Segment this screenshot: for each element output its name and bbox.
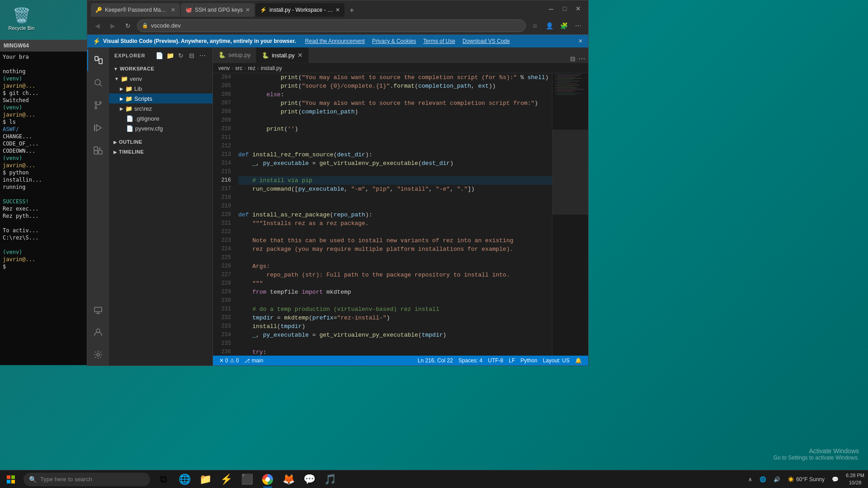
- github-tab-close[interactable]: ✕: [245, 7, 250, 13]
- editor-more-button[interactable]: ⋯: [578, 54, 585, 63]
- setup-py-tab[interactable]: 🐍 setup.py: [213, 47, 256, 63]
- gitignore-file-item[interactable]: 📄 .gitignore: [109, 113, 212, 123]
- tray-volume-icon[interactable]: 🔊: [770, 470, 784, 488]
- new-tab-button[interactable]: +: [345, 4, 358, 17]
- back-button[interactable]: ◀: [91, 19, 104, 32]
- terminal-panel: MINGW64 Your bra nothing (venv) javrin@.…: [0, 40, 87, 365]
- breadcrumb-install-py[interactable]: install.py: [261, 65, 282, 71]
- svg-rect-11: [94, 147, 98, 150]
- breadcrumb-venv[interactable]: venv: [218, 65, 230, 71]
- tab-vscode[interactable]: ⚡ install.py - Workspace - Visual St... …: [255, 3, 344, 17]
- status-position[interactable]: Ln 216, Col 22: [415, 356, 456, 366]
- status-encoding[interactable]: UTF-8: [485, 356, 506, 366]
- code-area[interactable]: 204 205 206 207 208 209 210 211 212 213 …: [213, 73, 588, 356]
- status-bar: ✕ 0 ⚠ 0 ⎇ main Ln 216, Col 22 Spaces: 4: [213, 356, 588, 366]
- code-line-230: [238, 296, 552, 305]
- taskbar-app-extra1[interactable]: 🦊: [278, 470, 298, 488]
- activity-search[interactable]: [87, 72, 109, 94]
- status-git-branch[interactable]: ⎇ main: [241, 356, 266, 366]
- bookmark-button[interactable]: ☆: [528, 19, 541, 32]
- close-button[interactable]: ✕: [572, 2, 585, 15]
- tray-network-icon[interactable]: 🌐: [756, 470, 770, 488]
- tab-github[interactable]: 🐙 SSH and GPG keys ✕: [181, 3, 255, 17]
- breadcrumb-src[interactable]: src: [235, 65, 242, 71]
- forward-button[interactable]: ▶: [106, 19, 119, 32]
- workspace-section[interactable]: ▼ WORKSPACE: [109, 64, 212, 74]
- minimize-button[interactable]: –: [545, 2, 557, 15]
- activity-remote[interactable]: [87, 299, 109, 320]
- banner-link-download[interactable]: Download VS Code: [462, 38, 510, 44]
- taskbar-chrome-app[interactable]: [258, 470, 278, 488]
- taskbar-vscode-app[interactable]: ⚡: [216, 470, 236, 488]
- lib-folder-item[interactable]: ▶ 📁 Lib: [109, 84, 212, 94]
- src-rez-folder-item[interactable]: ▶ 📁 src\rez: [109, 103, 212, 113]
- address-bar[interactable]: 🔒 vscode.dev: [137, 19, 526, 32]
- taskbar-app-extra3[interactable]: 🎵: [320, 470, 340, 488]
- activity-run[interactable]: [87, 117, 109, 139]
- taskbar-search-bar[interactable]: 🔍 Type here to search: [24, 473, 150, 486]
- extensions-button[interactable]: 🧩: [557, 19, 570, 32]
- timeline-section[interactable]: ▶ TIMELINE: [109, 147, 212, 157]
- taskbar-explorer-app[interactable]: 📁: [195, 470, 215, 488]
- code-line-221: """Installs rez as a rez package.: [238, 219, 552, 228]
- maximize-button[interactable]: □: [558, 2, 571, 15]
- taskbar-task-view[interactable]: ⧉: [154, 470, 174, 488]
- status-notifications[interactable]: 🔔: [572, 356, 585, 366]
- activity-source-control[interactable]: [87, 94, 109, 116]
- clock-widget[interactable]: 6:28 PM 10/28: [842, 470, 868, 488]
- activity-settings[interactable]: [87, 344, 109, 366]
- code-line-217: run_command([py_executable, "-m", "pip",…: [238, 185, 552, 193]
- new-folder-button[interactable]: 📁: [165, 51, 175, 60]
- refresh-button[interactable]: ↻: [122, 19, 134, 32]
- tray-up-arrow[interactable]: ∧: [745, 470, 756, 488]
- vscode-tab-icon: ⚡: [260, 7, 267, 13]
- git-branch-name: main: [251, 357, 263, 364]
- split-editor-button[interactable]: ⊟: [570, 55, 576, 62]
- refresh-explorer-button[interactable]: ↻: [176, 51, 185, 60]
- install-py-tab[interactable]: 🐍 install.py ✕: [256, 47, 309, 63]
- scripts-folder-item[interactable]: ▶ 📁 Scripts: [109, 94, 212, 103]
- pyvenv-file-item[interactable]: 📄 pyvenv.cfg: [109, 123, 212, 133]
- banner-link-privacy[interactable]: Privacy & Cookies: [372, 38, 416, 44]
- keeper-tab-close[interactable]: ✕: [171, 7, 175, 13]
- svg-point-16: [97, 353, 99, 356]
- breadcrumb-rez[interactable]: rez: [248, 65, 255, 71]
- minimap-content: [552, 73, 588, 344]
- taskbar-app-extra2[interactable]: 💬: [299, 470, 319, 488]
- workspace-label: WORKSPACE: [120, 66, 154, 71]
- install-py-tab-close[interactable]: ✕: [297, 52, 303, 59]
- status-errors[interactable]: ✕ 0 ⚠ 0: [217, 356, 241, 366]
- taskbar-edge-app[interactable]: 🌐: [175, 470, 194, 488]
- status-language[interactable]: Python: [518, 356, 540, 366]
- status-spaces[interactable]: Spaces: 4: [456, 356, 485, 366]
- vscode-tab-close[interactable]: ✕: [335, 7, 340, 13]
- banner-close-button[interactable]: ✕: [578, 38, 583, 44]
- taskbar-terminal-app[interactable]: ⬛: [237, 470, 257, 488]
- warning-count: 0: [236, 357, 239, 364]
- banner-link-announcement[interactable]: Read the Announcement: [305, 38, 365, 44]
- tray-notifications[interactable]: 💬: [828, 470, 842, 488]
- new-file-button[interactable]: 📄: [155, 51, 164, 60]
- activity-extensions[interactable]: [87, 140, 109, 161]
- outline-section[interactable]: ▶ OUTLINE: [109, 137, 212, 147]
- profile-button[interactable]: 👤: [543, 19, 556, 32]
- banner-link-terms[interactable]: Terms of Use: [423, 38, 455, 44]
- svg-point-2: [95, 80, 100, 85]
- status-line-ending[interactable]: LF: [506, 356, 518, 366]
- sidebar-more-button[interactable]: ⋯: [198, 51, 207, 60]
- venv-folder-item[interactable]: ▼ 📁 venv: [109, 74, 212, 84]
- terminal-content[interactable]: Your bra nothing (venv) javrin@... $ git…: [0, 52, 87, 365]
- activity-explorer[interactable]: [87, 49, 109, 71]
- status-layout[interactable]: Layout: US: [540, 356, 572, 366]
- weather-widget[interactable]: ☀️ 60°F Sunny: [784, 470, 828, 488]
- menu-button[interactable]: ⋯: [572, 19, 585, 32]
- minimap[interactable]: [552, 73, 588, 356]
- browser-toolbar: ◀ ▶ ↻ 🔒 vscode.dev ☆ 👤 🧩 ⋯: [87, 17, 588, 35]
- svg-rect-35: [7, 480, 10, 483]
- svg-rect-21: [555, 80, 573, 80]
- activity-account[interactable]: [87, 321, 109, 343]
- tab-keeper[interactable]: 🔑 Keeper® Password Manager &... ✕: [91, 3, 180, 17]
- recycle-bin-icon[interactable]: 🗑️ Recycle Bin: [5, 5, 38, 33]
- collapse-all-button[interactable]: ⊟: [187, 51, 196, 60]
- start-button[interactable]: [0, 470, 22, 488]
